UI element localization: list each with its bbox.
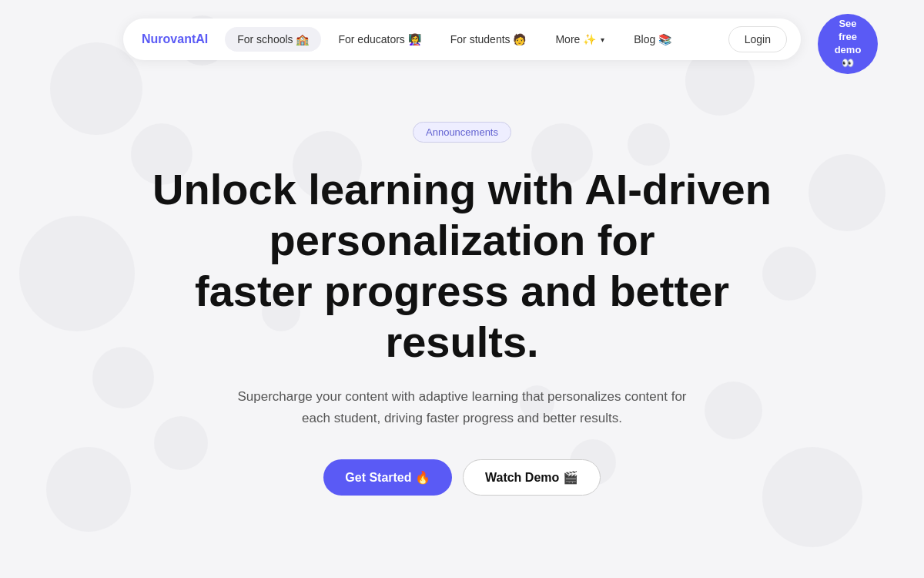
- chevron-down-icon: ▾: [601, 35, 604, 44]
- see-free-demo-button[interactable]: See free demo 👀: [818, 14, 878, 74]
- hero-section: Announcements Unlock learning with AI-dr…: [0, 60, 924, 496]
- get-started-button[interactable]: Get Started 🔥: [323, 459, 452, 496]
- announcements-badge[interactable]: Announcements: [413, 122, 511, 143]
- navbar: NurovantAI For schools 🏫 For educators 👩…: [123, 18, 801, 60]
- brand-logo[interactable]: NurovantAI: [137, 32, 213, 46]
- navbar-wrapper: NurovantAI For schools 🏫 For educators 👩…: [0, 0, 924, 60]
- nav-more[interactable]: More ✨ ▾: [543, 27, 617, 52]
- hero-subtitle: Supercharge your content with adaptive l…: [223, 386, 701, 428]
- nav-for-students[interactable]: For students 🧑: [438, 27, 539, 52]
- hero-title: Unlock learning with AI-driven personali…: [146, 164, 778, 368]
- nav-for-educators[interactable]: For educators 👩‍🏫: [326, 27, 433, 52]
- login-button[interactable]: Login: [728, 26, 787, 52]
- watch-demo-button[interactable]: Watch Demo 🎬: [463, 459, 601, 496]
- nav-for-schools[interactable]: For schools 🏫: [225, 27, 321, 52]
- nav-blog[interactable]: Blog 📚: [621, 27, 684, 52]
- hero-buttons: Get Started 🔥 Watch Demo 🎬: [323, 459, 600, 496]
